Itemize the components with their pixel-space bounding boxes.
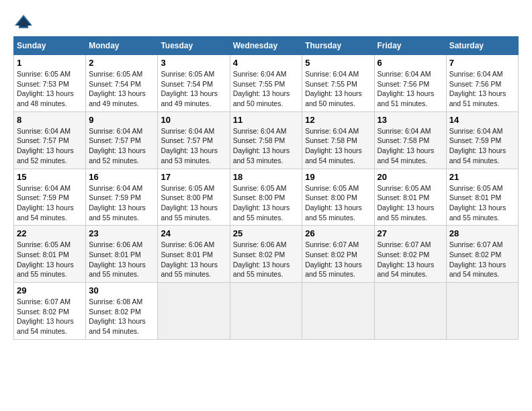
- calendar-cell: 11 Sunrise: 6:04 AM Sunset: 7:58 PM Dayl…: [230, 111, 302, 169]
- calendar-cell: 2 Sunrise: 6:05 AM Sunset: 7:54 PM Dayli…: [86, 55, 158, 112]
- calendar-day-header: Tuesday: [158, 37, 230, 55]
- day-detail: Sunrise: 6:08 AM Sunset: 8:02 PM Dayligh…: [89, 297, 154, 336]
- calendar-cell: 8 Sunrise: 6:04 AM Sunset: 7:57 PM Dayli…: [14, 111, 86, 169]
- calendar-cell: 29 Sunrise: 6:07 AM Sunset: 8:02 PM Dayl…: [14, 283, 86, 340]
- day-detail: Sunrise: 6:04 AM Sunset: 7:56 PM Dayligh…: [449, 69, 515, 109]
- calendar-cell: 16 Sunrise: 6:04 AM Sunset: 7:59 PM Dayl…: [86, 169, 158, 226]
- day-number: 14: [449, 115, 515, 125]
- day-detail: Sunrise: 6:04 AM Sunset: 7:56 PM Dayligh…: [378, 69, 443, 109]
- calendar-day-header: Saturday: [446, 37, 518, 55]
- calendar-cell: 23 Sunrise: 6:06 AM Sunset: 8:01 PM Dayl…: [86, 226, 158, 283]
- calendar-cell: 18 Sunrise: 6:05 AM Sunset: 8:00 PM Dayl…: [230, 169, 302, 226]
- day-detail: Sunrise: 6:05 AM Sunset: 7:54 PM Dayligh…: [161, 69, 226, 109]
- calendar-week-row: 1 Sunrise: 6:05 AM Sunset: 7:53 PM Dayli…: [14, 55, 519, 112]
- calendar-cell: 25 Sunrise: 6:06 AM Sunset: 8:02 PM Dayl…: [230, 226, 302, 283]
- logo: [13, 13, 36, 30]
- day-detail: Sunrise: 6:07 AM Sunset: 8:02 PM Dayligh…: [449, 240, 515, 279]
- calendar-cell: [446, 283, 518, 340]
- day-detail: Sunrise: 6:04 AM Sunset: 7:58 PM Dayligh…: [378, 126, 443, 166]
- day-detail: Sunrise: 6:04 AM Sunset: 7:59 PM Dayligh…: [89, 183, 154, 223]
- calendar-cell: 12 Sunrise: 6:04 AM Sunset: 7:58 PM Dayl…: [302, 111, 374, 169]
- day-number: 16: [89, 172, 154, 182]
- day-number: 22: [17, 228, 83, 238]
- day-detail: Sunrise: 6:04 AM Sunset: 7:59 PM Dayligh…: [17, 183, 83, 223]
- day-detail: Sunrise: 6:07 AM Sunset: 8:02 PM Dayligh…: [305, 240, 371, 279]
- day-detail: Sunrise: 6:04 AM Sunset: 7:55 PM Dayligh…: [305, 69, 371, 109]
- day-detail: Sunrise: 6:05 AM Sunset: 8:01 PM Dayligh…: [378, 183, 443, 223]
- day-number: 5: [305, 58, 371, 68]
- day-detail: Sunrise: 6:05 AM Sunset: 8:01 PM Dayligh…: [17, 240, 83, 279]
- day-number: 6: [378, 58, 443, 68]
- day-number: 10: [161, 115, 226, 125]
- calendar-day-header: Sunday: [14, 37, 86, 55]
- day-number: 9: [89, 115, 154, 125]
- day-number: 26: [305, 228, 371, 238]
- calendar-week-row: 29 Sunrise: 6:07 AM Sunset: 8:02 PM Dayl…: [14, 283, 519, 340]
- day-number: 30: [89, 285, 154, 295]
- day-detail: Sunrise: 6:07 AM Sunset: 8:02 PM Dayligh…: [17, 297, 83, 336]
- day-detail: Sunrise: 6:05 AM Sunset: 8:00 PM Dayligh…: [305, 183, 371, 223]
- day-detail: Sunrise: 6:04 AM Sunset: 7:57 PM Dayligh…: [89, 126, 154, 166]
- calendar-cell: 21 Sunrise: 6:05 AM Sunset: 8:01 PM Dayl…: [446, 169, 518, 226]
- logo-icon: [13, 13, 34, 30]
- calendar-cell: 3 Sunrise: 6:05 AM Sunset: 7:54 PM Dayli…: [158, 55, 230, 112]
- calendar-cell: 9 Sunrise: 6:04 AM Sunset: 7:57 PM Dayli…: [86, 111, 158, 169]
- calendar-day-header: Wednesday: [230, 37, 302, 55]
- calendar-cell: 30 Sunrise: 6:08 AM Sunset: 8:02 PM Dayl…: [86, 283, 158, 340]
- day-number: 29: [17, 285, 83, 295]
- calendar-week-row: 8 Sunrise: 6:04 AM Sunset: 7:57 PM Dayli…: [14, 111, 519, 169]
- calendar-cell: 26 Sunrise: 6:07 AM Sunset: 8:02 PM Dayl…: [302, 226, 374, 283]
- calendar-cell: [158, 283, 230, 340]
- day-number: 21: [449, 172, 515, 182]
- calendar-cell: 15 Sunrise: 6:04 AM Sunset: 7:59 PM Dayl…: [14, 169, 86, 226]
- calendar-cell: [374, 283, 446, 340]
- calendar-cell: 1 Sunrise: 6:05 AM Sunset: 7:53 PM Dayli…: [14, 55, 86, 112]
- calendar-cell: 22 Sunrise: 6:05 AM Sunset: 8:01 PM Dayl…: [14, 226, 86, 283]
- day-number: 25: [233, 228, 300, 238]
- day-detail: Sunrise: 6:05 AM Sunset: 8:00 PM Dayligh…: [161, 183, 226, 223]
- calendar-cell: 5 Sunrise: 6:04 AM Sunset: 7:55 PM Dayli…: [302, 55, 374, 112]
- calendar-cell: 13 Sunrise: 6:04 AM Sunset: 7:58 PM Dayl…: [374, 111, 446, 169]
- calendar-cell: 27 Sunrise: 6:07 AM Sunset: 8:02 PM Dayl…: [374, 226, 446, 283]
- page-header: [13, 13, 519, 30]
- day-detail: Sunrise: 6:04 AM Sunset: 7:57 PM Dayligh…: [17, 126, 83, 166]
- calendar-week-row: 15 Sunrise: 6:04 AM Sunset: 7:59 PM Dayl…: [14, 169, 519, 226]
- calendar-header-row: SundayMondayTuesdayWednesdayThursdayFrid…: [14, 37, 519, 55]
- day-detail: Sunrise: 6:05 AM Sunset: 8:01 PM Dayligh…: [449, 183, 515, 223]
- calendar-cell: 20 Sunrise: 6:05 AM Sunset: 8:01 PM Dayl…: [374, 169, 446, 226]
- day-number: 8: [17, 115, 83, 125]
- day-number: 13: [378, 115, 443, 125]
- calendar-cell: 14 Sunrise: 6:04 AM Sunset: 7:59 PM Dayl…: [446, 111, 518, 169]
- day-detail: Sunrise: 6:05 AM Sunset: 8:00 PM Dayligh…: [233, 183, 300, 223]
- calendar-cell: [302, 283, 374, 340]
- calendar-day-header: Thursday: [302, 37, 374, 55]
- day-number: 18: [233, 172, 300, 182]
- calendar-cell: 24 Sunrise: 6:06 AM Sunset: 8:01 PM Dayl…: [158, 226, 230, 283]
- day-number: 1: [17, 58, 83, 68]
- day-number: 19: [305, 172, 371, 182]
- day-number: 17: [161, 172, 226, 182]
- day-number: 7: [449, 58, 515, 68]
- calendar-cell: 7 Sunrise: 6:04 AM Sunset: 7:56 PM Dayli…: [446, 55, 518, 112]
- day-detail: Sunrise: 6:04 AM Sunset: 7:58 PM Dayligh…: [305, 126, 371, 166]
- calendar-week-row: 22 Sunrise: 6:05 AM Sunset: 8:01 PM Dayl…: [14, 226, 519, 283]
- day-detail: Sunrise: 6:04 AM Sunset: 7:58 PM Dayligh…: [233, 126, 300, 166]
- day-number: 20: [378, 172, 443, 182]
- day-detail: Sunrise: 6:06 AM Sunset: 8:02 PM Dayligh…: [233, 240, 300, 279]
- day-number: 11: [233, 115, 300, 125]
- day-detail: Sunrise: 6:07 AM Sunset: 8:02 PM Dayligh…: [378, 240, 443, 279]
- calendar-body: 1 Sunrise: 6:05 AM Sunset: 7:53 PM Dayli…: [14, 55, 519, 340]
- calendar-cell: 4 Sunrise: 6:04 AM Sunset: 7:55 PM Dayli…: [230, 55, 302, 112]
- day-number: 3: [161, 58, 226, 68]
- day-number: 23: [89, 228, 154, 238]
- day-detail: Sunrise: 6:04 AM Sunset: 7:59 PM Dayligh…: [449, 126, 515, 166]
- day-number: 4: [233, 58, 300, 68]
- day-detail: Sunrise: 6:05 AM Sunset: 7:53 PM Dayligh…: [17, 69, 83, 109]
- day-number: 24: [161, 228, 226, 238]
- calendar-cell: 10 Sunrise: 6:04 AM Sunset: 7:57 PM Dayl…: [158, 111, 230, 169]
- calendar-cell: 17 Sunrise: 6:05 AM Sunset: 8:00 PM Dayl…: [158, 169, 230, 226]
- day-number: 12: [305, 115, 371, 125]
- calendar-cell: [230, 283, 302, 340]
- calendar-table: SundayMondayTuesdayWednesdayThursdayFrid…: [13, 36, 519, 340]
- day-detail: Sunrise: 6:05 AM Sunset: 7:54 PM Dayligh…: [89, 69, 154, 109]
